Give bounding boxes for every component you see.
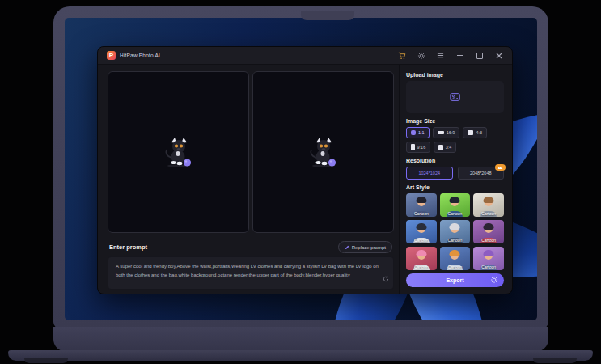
cart-icon <box>398 52 406 60</box>
avatar <box>484 250 494 256</box>
image-upload-icon <box>450 92 461 102</box>
aspect-ratio-icon <box>468 130 473 135</box>
image-size-options: 1:1 16:9 4:3 <box>406 127 504 153</box>
aspect-option-3-4[interactable]: 3:4 <box>434 142 456 153</box>
settings-button[interactable] <box>417 51 425 60</box>
generation-area: Enter prompt Replace prompt A super cool… <box>98 65 399 294</box>
avatar <box>416 250 426 256</box>
prompt-input[interactable]: A super cool and trendy boy,Above the wa… <box>108 257 393 289</box>
aspect-option-16-9[interactable]: 16:9 <box>433 127 460 138</box>
export-button[interactable]: Export <box>406 273 504 287</box>
pro-badge <box>495 164 506 171</box>
art-style-grid: Cartoon Cartoon Cartoon <box>406 193 504 270</box>
aspect-ratio-icon <box>438 131 444 135</box>
camera-notch <box>301 11 354 20</box>
avatar <box>450 250 460 256</box>
menu-button[interactable] <box>436 51 445 60</box>
preview-panel <box>108 71 249 233</box>
art-style-heading: Art Style <box>406 184 504 190</box>
art-style-cartoon[interactable]: Cartoon <box>440 193 471 217</box>
close-button[interactable] <box>494 51 503 60</box>
laptop-hinge-deck <box>53 327 548 352</box>
gear-icon <box>490 276 498 284</box>
gear-icon <box>417 52 425 60</box>
maximize-icon <box>476 53 483 59</box>
avatar <box>450 223 460 230</box>
refresh-icon <box>383 276 389 282</box>
avatar <box>484 223 494 230</box>
replace-prompt-button[interactable]: Replace prompt <box>338 241 392 253</box>
art-style-cartoon[interactable]: Cartoon <box>406 220 437 243</box>
window-title: HitPaw Photo AI <box>120 53 160 58</box>
aspect-ratio-icon <box>438 145 443 150</box>
resolution-option-2048[interactable]: 2048*2048 <box>458 167 505 180</box>
upload-dropzone[interactable] <box>406 81 504 113</box>
laptop-lid: P HitPaw Photo AI <box>53 6 548 328</box>
export-label: Export <box>446 277 463 283</box>
resolution-heading: Resolution <box>406 158 504 163</box>
art-style-cartoon[interactable]: Cartoon <box>473 247 504 270</box>
resolution-option-1024[interactable]: 1024*1024 <box>406 167 453 180</box>
yarn-ball <box>183 159 190 166</box>
app-logo: P <box>107 51 116 60</box>
avatar <box>450 197 460 203</box>
crown-icon <box>497 166 503 170</box>
close-icon <box>496 53 502 59</box>
art-style-cartoon[interactable]: Cartoon <box>473 193 504 217</box>
pen-icon <box>345 245 349 250</box>
art-style-cartoon[interactable]: Cartoon <box>440 247 471 270</box>
prompt-header: Enter prompt Replace prompt <box>109 241 392 253</box>
minimize-button[interactable] <box>455 51 464 60</box>
aspect-option-9-16[interactable]: 9:16 <box>406 142 430 153</box>
art-style-cartoon[interactable]: Cartoon <box>473 220 504 243</box>
laptop-base <box>8 350 593 361</box>
avatar <box>416 223 426 230</box>
prompt-heading: Enter prompt <box>109 243 147 251</box>
app-window: P HitPaw Photo AI <box>97 46 513 294</box>
aspect-ratio-icon <box>411 144 415 150</box>
art-style-cartoon[interactable]: Cartoon <box>406 193 437 217</box>
refresh-prompt-button[interactable] <box>383 271 389 286</box>
aspect-option-4-3[interactable]: 4:3 <box>463 127 487 138</box>
laptop-foot <box>24 358 68 363</box>
laptop-screen: P HitPaw Photo AI <box>65 18 537 320</box>
laptop-foot <box>533 358 577 363</box>
minimize-icon <box>457 55 463 56</box>
aspect-ratio-icon <box>411 130 416 135</box>
cart-button[interactable] <box>397 51 406 60</box>
avatar <box>416 197 426 203</box>
avatar <box>484 197 494 203</box>
loading-cat-illustration <box>305 135 342 169</box>
titlebar[interactable]: P HitPaw Photo AI <box>98 47 512 65</box>
preview-panels <box>108 71 394 233</box>
settings-sidebar: Upload image Image Size <box>399 65 512 294</box>
upload-heading: Upload image <box>406 72 504 78</box>
resolution-options: 1024*1024 2048*2048 <box>406 167 504 180</box>
image-size-heading: Image Size <box>406 118 504 124</box>
art-style-cartoon[interactable]: Cartoon <box>440 220 471 243</box>
maximize-button[interactable] <box>475 51 484 60</box>
replace-prompt-label: Replace prompt <box>352 245 386 250</box>
loading-cat-illustration <box>160 135 197 169</box>
preview-panel <box>252 71 394 233</box>
art-style-cartoon[interactable]: Cartoon <box>406 247 437 270</box>
window-controls <box>397 51 503 60</box>
export-settings-icon[interactable] <box>490 276 498 285</box>
yarn-ball <box>328 159 335 166</box>
app-logo-letter: P <box>109 53 113 59</box>
scene: P HitPaw Photo AI <box>0 0 601 364</box>
prompt-box: A super cool and trendy boy,Above the wa… <box>108 256 394 290</box>
menu-icon <box>437 52 444 59</box>
window-content: Enter prompt Replace prompt A super cool… <box>98 65 512 294</box>
aspect-option-1-1[interactable]: 1:1 <box>406 127 430 138</box>
